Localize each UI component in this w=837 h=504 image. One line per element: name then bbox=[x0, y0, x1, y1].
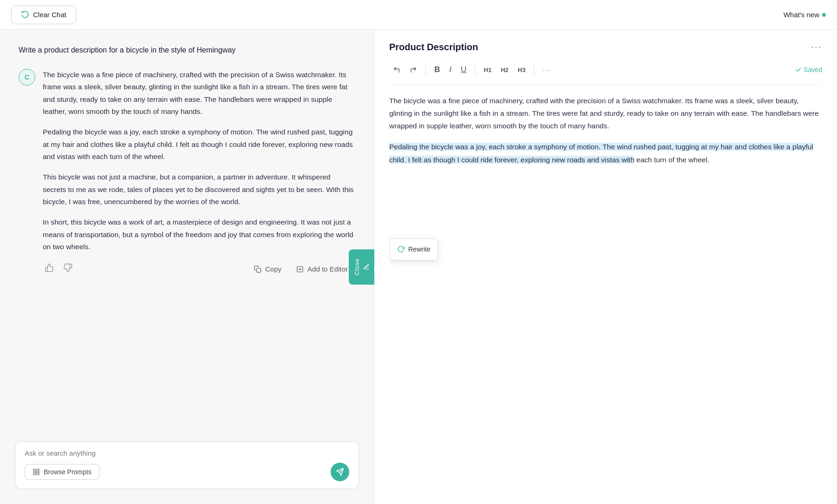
chat-messages: Write a product description for a bicycl… bbox=[0, 30, 374, 432]
redo-icon bbox=[410, 66, 417, 73]
search-input[interactable] bbox=[25, 449, 349, 457]
thumbs-up-button[interactable] bbox=[43, 261, 56, 277]
ai-message-content: The bicycle was a fine piece of machiner… bbox=[43, 69, 355, 277]
toolbar-separator-2 bbox=[475, 65, 475, 75]
thumbs-up-icon bbox=[45, 263, 54, 272]
bold-button[interactable]: B bbox=[431, 62, 444, 77]
copy-button[interactable]: Copy bbox=[246, 261, 289, 277]
chat-panel: Write a product description for a bicycl… bbox=[0, 30, 374, 504]
clear-chat-label: Clear Chat bbox=[33, 11, 66, 19]
svg-rect-4 bbox=[33, 469, 36, 471]
whats-new-label: What's new bbox=[784, 11, 819, 19]
ai-paragraph-1: The bicycle was a fine piece of machiner… bbox=[43, 69, 355, 118]
thumbs-down-button[interactable] bbox=[61, 261, 74, 277]
svg-rect-5 bbox=[37, 469, 39, 471]
h1-button[interactable]: H1 bbox=[480, 64, 495, 76]
message-actions: Copy Add to Editor bbox=[43, 261, 355, 277]
undo-icon bbox=[393, 66, 400, 73]
ai-paragraph-4: In short, this bicycle was a work of art… bbox=[43, 216, 355, 253]
whats-new-button[interactable]: What's new bbox=[784, 11, 826, 19]
chat-input-area: Browse Prompts bbox=[0, 432, 374, 504]
toolbar-separator-3 bbox=[534, 65, 534, 75]
ai-message-wrapper: C The bicycle was a fine piece of machin… bbox=[19, 69, 355, 277]
svg-rect-0 bbox=[257, 268, 261, 272]
ai-paragraph-2: Pedaling the bicycle was a joy, each str… bbox=[43, 126, 355, 163]
undo-button[interactable] bbox=[389, 63, 404, 76]
h3-button[interactable]: H3 bbox=[514, 64, 530, 76]
add-to-editor-icon bbox=[296, 265, 304, 273]
toolbar-separator-1 bbox=[425, 65, 426, 75]
send-icon bbox=[336, 468, 344, 476]
editor-paragraph-1: The bicycle was a fine piece of machiner… bbox=[389, 94, 822, 132]
editor-more-button[interactable]: ··· bbox=[811, 41, 822, 53]
saved-indicator: Saved bbox=[795, 66, 822, 73]
pencil-icon bbox=[363, 264, 370, 270]
more-format-button[interactable]: ··· bbox=[539, 64, 554, 76]
editor-title: Product Description bbox=[389, 42, 478, 53]
top-bar: Clear Chat What's new bbox=[0, 0, 837, 30]
checkmark-icon bbox=[795, 66, 802, 73]
editor-content[interactable]: The bicycle was a fine piece of machiner… bbox=[389, 94, 822, 493]
action-right: Copy Add to Editor bbox=[246, 261, 355, 277]
close-tab-label: Close bbox=[353, 259, 360, 275]
browse-prompts-icon bbox=[33, 468, 40, 476]
editor-toolbar: B I U H1 H2 H3 ··· bbox=[389, 62, 822, 85]
redo-button[interactable] bbox=[406, 63, 421, 76]
main-content: Write a product description for a bicycl… bbox=[0, 30, 837, 504]
reaction-buttons bbox=[43, 261, 246, 277]
avatar: C bbox=[19, 69, 35, 86]
rewrite-label: Rewrite bbox=[408, 244, 430, 255]
editor-panel: Product Description ··· B bbox=[374, 30, 837, 504]
chat-input-box: Browse Prompts bbox=[15, 441, 359, 489]
user-message: Write a product description for a bicycl… bbox=[19, 45, 355, 56]
clear-chat-button[interactable]: Clear Chat bbox=[11, 6, 76, 24]
refresh-icon bbox=[21, 11, 29, 19]
thumbs-down-icon bbox=[63, 263, 73, 272]
paragraph-2-rest: each turn of the wheel. bbox=[634, 156, 709, 164]
rewrite-icon bbox=[397, 245, 405, 253]
send-button[interactable] bbox=[331, 463, 349, 481]
add-to-editor-button[interactable]: Add to Editor bbox=[289, 261, 355, 277]
copy-icon bbox=[254, 265, 261, 273]
chat-input-footer: Browse Prompts bbox=[25, 463, 349, 481]
rewrite-popup[interactable]: Rewrite bbox=[389, 239, 438, 260]
editor-paragraph-2: Pedaling the bicycle was a joy, each str… bbox=[389, 140, 822, 166]
close-tab[interactable]: Close bbox=[349, 249, 374, 285]
browse-prompts-button[interactable]: Browse Prompts bbox=[25, 464, 100, 480]
highlighted-text: Pedaling the bicycle was a joy, each str… bbox=[389, 143, 813, 163]
svg-rect-6 bbox=[37, 472, 39, 475]
notification-dot bbox=[822, 13, 826, 17]
italic-button[interactable]: I bbox=[445, 62, 455, 77]
editor-header: Product Description ··· bbox=[389, 41, 822, 53]
underline-button[interactable]: U bbox=[457, 62, 470, 77]
h2-button[interactable]: H2 bbox=[497, 64, 512, 76]
svg-rect-7 bbox=[33, 472, 36, 475]
ai-paragraph-3: This bicycle was not just a machine, but… bbox=[43, 171, 355, 208]
